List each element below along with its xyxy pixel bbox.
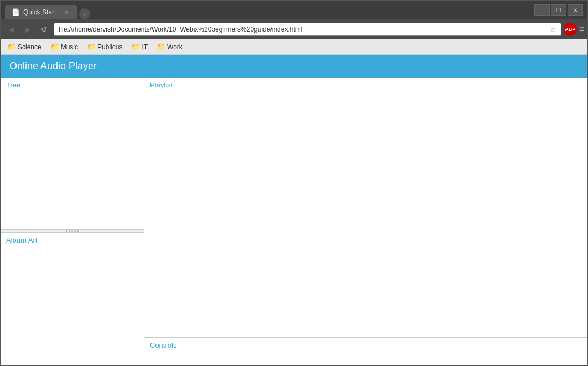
resize-dot <box>69 230 70 232</box>
folder-icon: 📁 <box>157 43 165 51</box>
address-input[interactable] <box>59 25 549 33</box>
menu-button[interactable]: ≡ <box>579 24 584 34</box>
folder-icon: 📁 <box>50 43 59 51</box>
bookmark-label: Work <box>167 43 183 51</box>
album-art-panel: Album Art <box>1 233 144 365</box>
left-panel: Tree Album Art <box>1 78 144 365</box>
app-body: Tree Album Art <box>1 78 587 365</box>
playlist-panel: Playlist <box>144 78 587 338</box>
close-button[interactable]: ✕ <box>568 4 583 16</box>
folder-icon: 📁 <box>131 43 140 51</box>
titlebar: 📄 Quick Start × + — ❐ ✕ <box>1 1 587 19</box>
bookmarks-bar: 📁 Science 📁 Music 📁 Publicus 📁 IT 📁 Work <box>1 39 587 55</box>
album-art-label: Album Art <box>1 233 144 248</box>
address-bar[interactable]: ☆ <box>54 23 561 36</box>
controls-panel: Controls <box>144 338 587 365</box>
tab-area: 📄 Quick Start × + <box>5 1 534 19</box>
bookmark-it[interactable]: 📁 IT <box>129 42 150 52</box>
browser-content: Online Audio Player Tree <box>1 55 587 365</box>
playlist-label: Playlist <box>144 78 587 92</box>
active-tab[interactable]: 📄 Quick Start × <box>5 5 77 19</box>
bookmark-science[interactable]: 📁 Science <box>5 42 44 52</box>
folder-icon: 📁 <box>7 43 16 51</box>
bookmark-publicus[interactable]: 📁 Publicus <box>85 42 124 52</box>
app-header: Online Audio Player <box>1 55 587 78</box>
folder-icon: 📁 <box>87 43 96 51</box>
forward-button[interactable]: ▶ <box>20 22 35 37</box>
tree-label: Tree <box>1 78 144 92</box>
bookmark-star-icon[interactable]: ☆ <box>549 25 556 34</box>
window-controls: — ❐ ✕ <box>534 4 583 16</box>
tab-label: Quick Start <box>23 8 56 16</box>
app-title: Online Audio Player <box>9 60 97 71</box>
resize-dot <box>74 230 76 232</box>
bookmark-music[interactable]: 📁 Music <box>48 42 80 52</box>
bookmark-label: Music <box>61 43 78 51</box>
bookmark-label: Publicus <box>97 43 122 51</box>
tab-page-icon: 📄 <box>12 8 20 16</box>
resize-dot <box>71 230 73 232</box>
resize-dot <box>66 230 67 232</box>
tree-panel: Tree <box>1 78 144 229</box>
controls-label: Controls <box>144 338 587 353</box>
bookmark-work[interactable]: 📁 Work <box>154 42 185 52</box>
bookmark-label: IT <box>142 43 148 51</box>
right-panel: Playlist Controls <box>144 78 587 365</box>
resize-dots-container <box>66 230 79 232</box>
restore-button[interactable]: ❐ <box>551 4 566 16</box>
minimize-button[interactable]: — <box>534 4 550 16</box>
tab-close-button[interactable]: × <box>63 8 70 16</box>
resize-dot <box>77 230 79 232</box>
back-button[interactable]: ◀ <box>4 22 18 37</box>
navbar: ◀ ▶ ↺ ☆ ABP ≡ <box>1 19 587 39</box>
bookmark-label: Science <box>18 43 41 51</box>
abp-button[interactable]: ABP <box>564 23 577 36</box>
new-tab-button[interactable]: + <box>79 8 90 19</box>
browser-window: 📄 Quick Start × + — ❐ ✕ ◀ ▶ ↺ ☆ ABP ≡ 📁 … <box>0 0 588 366</box>
refresh-button[interactable]: ↺ <box>37 22 51 37</box>
